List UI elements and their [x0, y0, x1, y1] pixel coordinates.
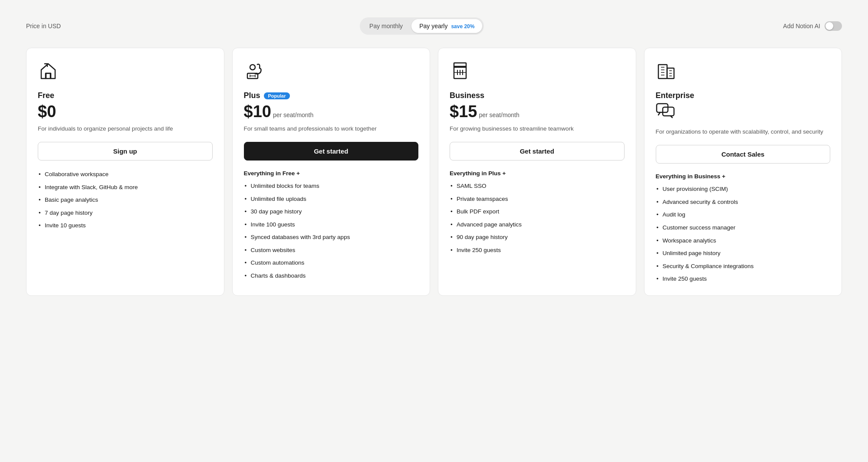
plan-name-row-business: Business [450, 91, 625, 100]
list-item: 7 day page history [38, 209, 213, 217]
list-item: Unlimited file uploads [244, 195, 419, 203]
list-item: Charts & dashboards [244, 272, 419, 280]
plan-price-plus: $10per seat/month [244, 103, 419, 121]
features-list-free: Collaborative workspace Integrate with S… [38, 170, 213, 230]
plan-desc-business: For growing businesses to streamline tea… [450, 125, 625, 133]
list-item: Integrate with Slack, GitHub & more [38, 183, 213, 192]
list-item: Collaborative workspace [38, 170, 213, 179]
plan-icon-plus [244, 60, 419, 84]
plan-desc-plus: For small teams and professionals to wor… [244, 125, 419, 133]
svg-point-1 [250, 65, 255, 70]
notion-ai-section: Add Notion AI [783, 21, 842, 31]
plan-name-free: Free [38, 91, 54, 100]
plan-name-enterprise: Enterprise [656, 91, 694, 100]
list-item: Synced databases with 3rd party apps [244, 233, 419, 242]
list-item: Invite 250 guests [450, 246, 625, 255]
list-item: Audit log [656, 210, 831, 219]
contact-sales-button[interactable]: Contact Sales [656, 145, 831, 164]
notion-ai-label: Add Notion AI [783, 23, 820, 29]
list-item: 90 day page history [450, 233, 625, 242]
save-badge: save 20% [451, 23, 474, 29]
list-item: Bulk PDF export [450, 207, 625, 216]
svg-rect-5 [658, 65, 667, 79]
plan-icon-enterprise [656, 60, 831, 84]
plan-name-row-free: Free [38, 91, 213, 100]
list-item: Private teamspaces [450, 195, 625, 203]
price-label: Price in USD [26, 23, 61, 29]
notion-ai-toggle[interactable] [825, 21, 842, 31]
pay-yearly-button[interactable]: Pay yearly save 20% [411, 19, 482, 33]
svg-rect-0 [46, 73, 50, 79]
plan-icon-free [38, 60, 213, 84]
plan-name-row-plus: Plus Popular [244, 91, 419, 100]
billing-toggle: Pay monthly Pay yearly save 20% [360, 17, 484, 35]
list-item: User provisioning (SCIM) [656, 185, 831, 193]
enterprise-chat-icon [656, 103, 831, 122]
features-title-business: Everything in Plus + [450, 170, 625, 177]
plan-name-row-enterprise: Enterprise [656, 91, 831, 100]
list-item: Advanced page analytics [450, 220, 625, 229]
list-item: Invite 10 guests [38, 221, 213, 230]
plan-price-business: $15per seat/month [450, 103, 625, 121]
plan-price-free: $0 [38, 103, 213, 121]
plan-card-plus: Plus Popular $10per seat/month For small… [232, 48, 431, 296]
list-item: Unlimited blocks for teams [244, 182, 419, 190]
list-item: Invite 250 guests [656, 275, 831, 283]
features-list-enterprise: User provisioning (SCIM) Advanced securi… [656, 185, 831, 283]
pay-monthly-button[interactable]: Pay monthly [362, 19, 411, 33]
signup-button[interactable]: Sign up [38, 142, 213, 161]
features-list-business: SAML SSO Private teamspaces Bulk PDF exp… [450, 182, 625, 254]
plans-grid: Free $0 For individuals to organize pers… [26, 48, 842, 296]
features-title-plus: Everything in Free + [244, 170, 419, 177]
list-item: SAML SSO [450, 182, 625, 190]
popular-badge: Popular [264, 92, 290, 99]
plan-icon-business [450, 60, 625, 84]
features-list-plus: Unlimited blocks for teams Unlimited fil… [244, 182, 419, 280]
list-item: Custom websites [244, 246, 419, 255]
plan-name-business: Business [450, 91, 484, 100]
list-item: Custom automations [244, 259, 419, 267]
features-title-enterprise: Everything in Business + [656, 173, 831, 180]
plan-desc-free: For individuals to organize personal pro… [38, 125, 213, 133]
plan-card-business: Business $15per seat/month For growing b… [438, 48, 636, 296]
top-bar: Price in USD Pay monthly Pay yearly save… [26, 17, 842, 35]
list-item: Basic page analytics [38, 196, 213, 204]
list-item: Invite 100 guests [244, 220, 419, 229]
get-started-business-button[interactable]: Get started [450, 142, 625, 161]
list-item: Security & Compliance integrations [656, 262, 831, 271]
plan-desc-enterprise: For organizations to operate with scalab… [656, 128, 831, 136]
list-item: Customer success manager [656, 223, 831, 232]
plan-card-free: Free $0 For individuals to organize pers… [26, 48, 224, 296]
list-item: Workspace analytics [656, 236, 831, 245]
list-item: 30 day page history [244, 207, 419, 216]
plan-card-enterprise: Enterprise For organizations to operate … [644, 48, 842, 296]
plan-name-plus: Plus [244, 91, 260, 100]
list-item: Unlimited page history [656, 249, 831, 258]
get-started-plus-button[interactable]: Get started [244, 142, 419, 161]
list-item: Advanced security & controls [656, 198, 831, 206]
